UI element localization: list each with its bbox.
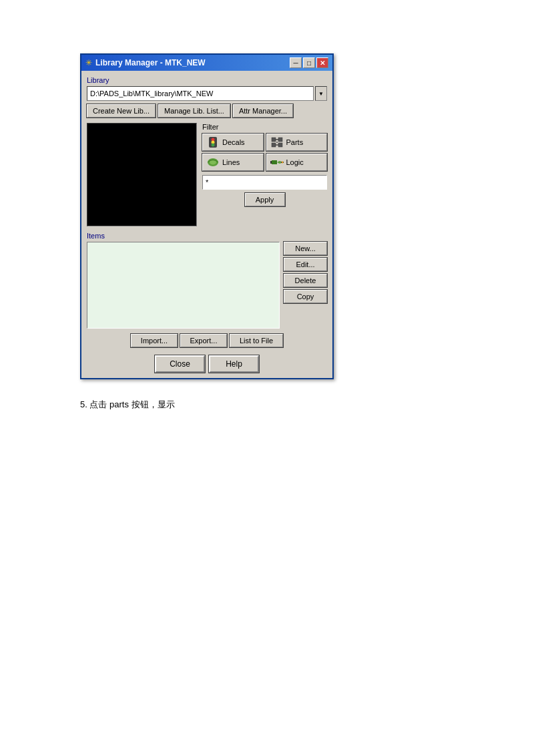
items-buttons: New... Edit... Delete Copy — [284, 242, 327, 329]
apply-button[interactable]: Apply — [245, 193, 285, 206]
preview-area — [87, 123, 197, 226]
items-inner: New... Edit... Delete Copy — [87, 242, 327, 329]
svg-rect-6 — [272, 143, 276, 147]
library-path-row: ▼ — [87, 86, 327, 101]
window-icon: ✳ — [85, 58, 92, 67]
minimize-button[interactable]: ─ — [290, 57, 302, 68]
main-area: Filter — [87, 123, 327, 226]
window-title: Library Manager - MTK_NEW — [95, 58, 206, 67]
title-bar: ✳ Library Manager - MTK_NEW ─ □ ✕ — [81, 55, 332, 71]
apply-btn-row: Apply — [202, 193, 327, 206]
lines-icon — [206, 156, 220, 168]
library-dropdown-arrow[interactable]: ▼ — [315, 86, 327, 101]
decals-label: Decals — [222, 138, 245, 146]
title-buttons: ─ □ ✕ — [290, 57, 328, 68]
library-path-input[interactable] — [87, 86, 314, 101]
svg-rect-13 — [272, 160, 277, 164]
window-content: Library ▼ Create New Lib... Manage Lib. … — [81, 71, 332, 378]
library-label: Library — [87, 76, 327, 84]
attr-manager-button[interactable]: Attr Manager... — [233, 104, 293, 118]
create-new-lib-button[interactable]: Create New Lib... — [87, 104, 156, 118]
svg-point-3 — [212, 144, 215, 147]
svg-marker-17 — [282, 161, 284, 164]
page-container: ✳ Library Manager - MTK_NEW ─ □ ✕ Librar… — [0, 0, 534, 465]
decals-icon — [206, 136, 220, 148]
parts-label: Parts — [286, 138, 304, 146]
manage-lib-list-button[interactable]: Manage Lib. List... — [158, 104, 230, 118]
delete-button[interactable]: Delete — [284, 274, 327, 287]
svg-rect-4 — [272, 138, 276, 142]
filter-text-input[interactable] — [202, 175, 327, 190]
items-list[interactable] — [87, 242, 280, 329]
logic-icon — [270, 156, 284, 168]
import-button[interactable]: Import... — [131, 334, 178, 347]
items-label: Items — [87, 232, 327, 240]
bottom-actions: Import... Export... List to File — [87, 334, 327, 347]
lines-label: Lines — [222, 158, 240, 166]
copy-button[interactable]: Copy — [284, 290, 327, 303]
step-text: 5. 点击 parts 按钮，显示 — [80, 398, 454, 412]
list-to-file-button[interactable]: List to File — [230, 334, 283, 347]
maximize-button[interactable]: □ — [303, 57, 315, 68]
close-window-button[interactable]: ✕ — [316, 57, 328, 68]
close-button[interactable]: Close — [155, 355, 205, 373]
filter-label: Filter — [202, 123, 327, 131]
filter-buttons-grid: Decals — [202, 134, 327, 171]
filter-parts-button[interactable]: Parts — [266, 134, 328, 151]
svg-rect-5 — [278, 138, 282, 142]
filter-panel: Filter — [202, 123, 327, 226]
svg-rect-7 — [278, 143, 282, 147]
library-manager-window: ✳ Library Manager - MTK_NEW ─ □ ✕ Librar… — [80, 53, 334, 379]
filter-lines-button[interactable]: Lines — [202, 154, 264, 171]
parts-icon — [270, 136, 284, 148]
logic-label: Logic — [286, 158, 304, 166]
filter-decals-button[interactable]: Decals — [202, 134, 264, 151]
edit-button[interactable]: Edit... — [284, 258, 327, 271]
items-section: Items New... Edit... Delete Copy — [87, 232, 327, 329]
new-button[interactable]: New... — [284, 242, 327, 255]
export-button[interactable]: Export... — [180, 334, 227, 347]
filter-logic-button[interactable]: Logic — [266, 154, 328, 171]
library-buttons-row: Create New Lib... Manage Lib. List... At… — [87, 104, 327, 118]
title-bar-left: ✳ Library Manager - MTK_NEW — [85, 58, 206, 67]
footer-buttons: Close Help — [87, 353, 327, 373]
help-button[interactable]: Help — [209, 355, 259, 373]
library-section: Library ▼ Create New Lib... Manage Lib. … — [87, 76, 327, 118]
